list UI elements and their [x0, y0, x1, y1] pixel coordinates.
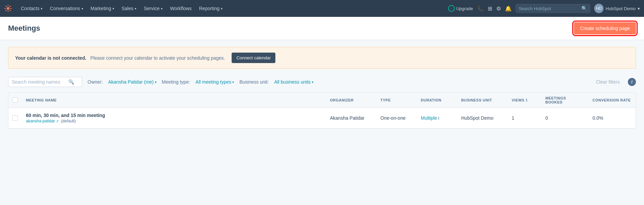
column-views: Views ℹ [508, 96, 541, 104]
column-business-unit: Business Unit [457, 96, 508, 104]
table-header: Meeting Name Organizer Type Duration Bus… [8, 93, 636, 108]
svg-point-0 [7, 7, 9, 10]
owner-filter[interactable]: Akansha Patidar (me) ▾ [108, 79, 156, 85]
select-all-checkbox[interactable] [12, 97, 18, 103]
meeting-name: 60 min, 30 min, and 15 min meeting [26, 113, 322, 118]
row-checkbox[interactable] [12, 115, 18, 121]
avatar: HD [594, 4, 604, 13]
column-meeting-name: Meeting Name [22, 96, 326, 104]
business-unit-cell: HubSpot Demo [457, 115, 508, 121]
hubspot-logo[interactable] [4, 4, 12, 12]
chevron-down-icon: ▾ [312, 80, 313, 84]
nav-contacts[interactable]: Contacts ▾ [18, 4, 46, 13]
connect-calendar-button[interactable]: Connect calendar [232, 53, 275, 63]
business-unit-label: Business unit: [239, 79, 269, 85]
column-conversion-rate: Conversion Rate [588, 96, 636, 104]
meeting-link[interactable]: akansha-patidar ↗ (default) [26, 119, 322, 123]
duration-info-icon[interactable]: ℹ [438, 116, 439, 120]
table-row: 60 min, 30 min, and 15 min meeting akans… [8, 108, 636, 128]
banner-description: Please connect your calendar to activate… [90, 55, 225, 61]
user-menu[interactable]: HD HubSpot Demo ▾ [594, 4, 640, 13]
chevron-down-icon: ▾ [161, 7, 163, 10]
grid-icon[interactable]: ⊞ [488, 5, 492, 12]
main-content: Your calendar is not connected. Please c… [0, 40, 644, 136]
column-meetings-booked: Meetings Booked [541, 96, 588, 104]
meetings-booked-cell: 0 [541, 115, 588, 121]
meeting-type-filter[interactable]: All meeting types ▾ [196, 79, 234, 85]
phone-icon[interactable]: 📞 [477, 5, 484, 12]
top-navigation: Contacts ▾ Conversations ▾ Marketing ▾ S… [0, 0, 644, 17]
search-icon: 🔍 [581, 6, 587, 11]
column-duration: Duration [417, 96, 457, 104]
meeting-search-box[interactable]: 🔍 [8, 77, 82, 87]
column-type: Type [376, 96, 417, 104]
default-badge: (default) [61, 119, 76, 123]
row-checkbox-cell [8, 115, 22, 121]
duration-cell: Multiple ℹ [417, 115, 457, 121]
column-organizer: Organizer [326, 96, 376, 104]
nav-marketing[interactable]: Marketing ▾ [87, 4, 117, 13]
nav-right-section: ↑ Upgrade 📞 ⊞ ⚙ 🔔 🔍 HD HubSpot Demo ▾ [448, 4, 640, 13]
external-link-icon: ↗ [56, 119, 59, 123]
filters-row: 🔍 Owner: Akansha Patidar (me) ▾ Meeting … [8, 77, 636, 87]
meeting-type-label: Meeting type: [162, 79, 190, 85]
nav-service[interactable]: Service ▾ [140, 4, 166, 13]
search-meeting-names-input[interactable] [12, 79, 66, 85]
meetings-table: Meeting Name Organizer Type Duration Bus… [8, 92, 636, 129]
views-cell: 1 [508, 115, 541, 121]
nav-conversations[interactable]: Conversations ▾ [46, 4, 87, 13]
search-input[interactable] [519, 6, 579, 11]
meeting-name-cell: 60 min, 30 min, and 15 min meeting akans… [22, 113, 326, 123]
calendar-banner: Your calendar is not connected. Please c… [8, 47, 636, 69]
chevron-down-icon: ▾ [41, 7, 42, 10]
owner-label: Owner: [88, 79, 103, 85]
nav-sales[interactable]: Sales ▾ [118, 4, 140, 13]
global-search[interactable]: 🔍 [516, 4, 590, 13]
type-cell: One-on-one [376, 115, 417, 121]
nav-menu: Contacts ▾ Conversations ▾ Marketing ▾ S… [18, 4, 448, 13]
chevron-down-icon: ▾ [81, 7, 83, 10]
nav-reporting[interactable]: Reporting ▾ [196, 4, 226, 13]
settings-icon[interactable]: ⚙ [496, 5, 501, 12]
chevron-down-icon: ▾ [638, 6, 640, 11]
create-scheduling-page-button[interactable]: Create scheduling page [574, 22, 636, 34]
banner-bold-text: Your calendar is not connected. [15, 55, 86, 61]
upgrade-button[interactable]: ↑ Upgrade [448, 5, 473, 12]
chevron-down-icon: ▾ [232, 80, 234, 84]
chevron-down-icon: ▾ [221, 7, 223, 10]
views-info-icon[interactable]: ℹ [526, 98, 528, 102]
organizer-cell: Akansha Patidar [326, 115, 376, 121]
page-header: Meetings Create scheduling page [0, 17, 644, 40]
nav-workflows[interactable]: Workflows [167, 4, 195, 13]
info-icon[interactable]: i [628, 78, 636, 86]
upgrade-icon: ↑ [448, 5, 455, 12]
page-title: Meetings [8, 24, 40, 33]
chevron-down-icon: ▾ [155, 80, 157, 84]
column-checkbox [8, 96, 22, 104]
business-unit-filter[interactable]: All business units ▾ [274, 79, 313, 85]
chevron-down-icon: ▾ [112, 7, 114, 10]
search-icon: 🔍 [68, 79, 74, 85]
chevron-down-icon: ▾ [135, 7, 136, 10]
clear-filters-button[interactable]: Clear filters [596, 79, 620, 85]
conversion-rate-cell: 0.0% [588, 115, 636, 121]
bell-icon[interactable]: 🔔 [505, 5, 512, 12]
